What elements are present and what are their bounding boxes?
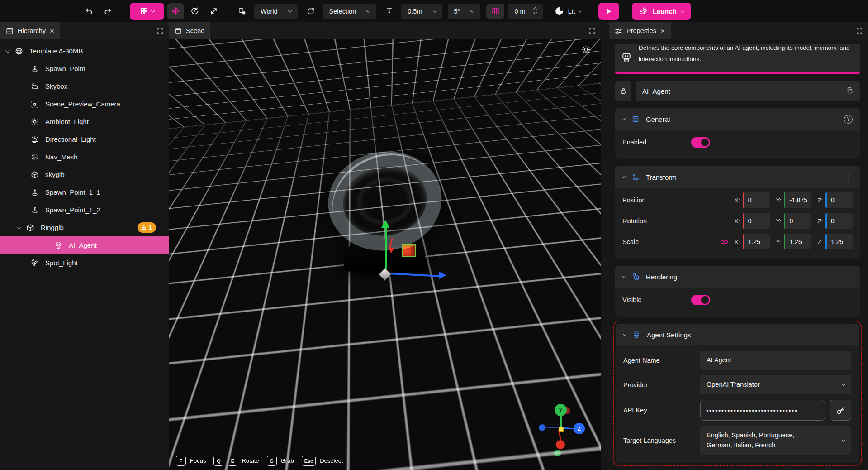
visible-row: Visible xyxy=(622,289,853,310)
nav-ball-y[interactable]: Y xyxy=(555,404,567,416)
nav-ball-x[interactable] xyxy=(556,440,565,449)
rendering-section-header[interactable]: Rendering xyxy=(615,266,860,288)
shading-mode-dropdown[interactable]: Lit xyxy=(555,6,582,16)
chevron-down-icon[interactable] xyxy=(5,48,10,53)
tree-item-spawn-point-1-1[interactable]: Spawn_Point_1_1 xyxy=(0,183,169,201)
general-section: General ? Enabled xyxy=(615,108,860,159)
help-icon[interactable]: ? xyxy=(844,115,853,124)
agent-settings-header[interactable]: Agent Settings xyxy=(616,324,859,345)
rotation-z-field[interactable]: 0 xyxy=(825,213,853,229)
robot-icon xyxy=(621,52,632,63)
tree-item-spot-light[interactable]: Spot_Light xyxy=(0,254,169,272)
properties-tabbar: Properties × xyxy=(609,22,868,39)
entity-name-field[interactable]: AI_Agent xyxy=(636,81,860,101)
undo-icon xyxy=(84,7,93,15)
expand-panel-button[interactable] xyxy=(157,28,163,36)
launch-button[interactable]: Launch xyxy=(632,3,691,20)
enabled-toggle[interactable] xyxy=(691,137,710,148)
coordinate-space-dropdown[interactable]: World xyxy=(254,4,298,19)
tab-properties[interactable]: Properties × xyxy=(609,22,671,39)
close-icon[interactable]: × xyxy=(660,27,665,35)
pivot-mode-button[interactable] xyxy=(233,3,251,19)
transform-section: Transform ⋮ Position X: 0 Y: -1.875 Z: xyxy=(615,166,860,259)
tree-item-spawn-point-1-2[interactable]: Spawn_Point_1_2 xyxy=(0,201,169,219)
tree-item-ringglb[interactable]: Ringglb 1 xyxy=(0,219,169,236)
rotation-y-field[interactable]: 0 xyxy=(784,213,811,229)
gizmo-y-axis[interactable] xyxy=(385,227,387,275)
position-y-field[interactable]: -1.875 xyxy=(784,192,811,208)
select-mode-button[interactable] xyxy=(130,3,164,20)
general-section-header[interactable]: General ? xyxy=(615,108,860,130)
gear-icon xyxy=(581,45,591,54)
nav-ball-z[interactable]: Z xyxy=(574,423,585,434)
rotation-x-field[interactable]: 0 xyxy=(743,213,770,229)
hint-deselect: Deselect xyxy=(320,457,343,464)
api-key-button[interactable] xyxy=(830,400,851,421)
target-languages-label: Target Languages xyxy=(623,437,700,444)
viewport-tabbar: Scene xyxy=(169,22,601,39)
tree-item-skybox[interactable]: Skybox xyxy=(0,77,169,95)
visible-toggle[interactable] xyxy=(691,295,710,305)
nav-center-cube[interactable] xyxy=(559,427,564,432)
redo-icon xyxy=(104,7,113,15)
tree-item-ai-agent[interactable]: AI_Agent xyxy=(0,236,169,254)
tree-item-scene-preview-camera[interactable]: Scene_Preview_Camera xyxy=(0,95,169,113)
scale-tool-button[interactable] xyxy=(205,3,222,19)
expand-viewport-button[interactable] xyxy=(589,28,595,36)
target-languages-dropdown[interactable]: English, Spanish, Portuguese, German, It… xyxy=(700,426,851,455)
tab-hierarchy[interactable]: Hierarchy × xyxy=(0,22,60,39)
fullscreen-icon xyxy=(856,28,863,34)
local-space-button[interactable] xyxy=(302,3,319,19)
play-button[interactable] xyxy=(598,3,619,20)
grid-snap-toggle-button[interactable] xyxy=(486,4,504,19)
nav-ball-neg-z[interactable] xyxy=(539,424,545,431)
scene-settings-button[interactable] xyxy=(581,45,591,56)
api-key-input[interactable]: •••••••••••••••••••••••••••••• xyxy=(700,400,825,421)
expand-properties-button[interactable] xyxy=(856,28,863,36)
scale-x-field[interactable]: 1.25 xyxy=(743,234,770,249)
provider-dropdown[interactable]: OpenAI Translator xyxy=(700,375,851,394)
enabled-label: Enabled xyxy=(622,139,691,146)
tree-item-label: Spawn_Point_1_1 xyxy=(45,188,100,196)
tree-item-spawn-point[interactable]: Spawn_Point xyxy=(0,60,169,77)
tree-item-ambient-light[interactable]: Ambient_Light xyxy=(0,113,169,130)
tree-item-skyglb[interactable]: skyglb xyxy=(0,166,169,183)
scale-z-field[interactable]: 1.25 xyxy=(825,234,853,249)
height-snap-control[interactable]: 0 m xyxy=(508,4,542,19)
nav-mesh-icon xyxy=(31,153,39,161)
nav-ball-neg-y[interactable] xyxy=(554,450,561,456)
close-icon[interactable]: × xyxy=(50,27,54,35)
copy-button[interactable] xyxy=(846,87,854,96)
redo-button[interactable] xyxy=(100,3,117,19)
enabled-row: Enabled xyxy=(622,132,853,153)
agent-name-input[interactable]: AI Agent xyxy=(700,351,851,370)
tree-item-template[interactable]: Template A-30MB xyxy=(0,42,169,60)
move-snap-dropdown[interactable]: 0.5m xyxy=(401,4,442,19)
scale-link-icon[interactable] xyxy=(720,239,728,245)
scene-canvas[interactable]: Y Z F Focus Q E Rotate G Gr xyxy=(169,39,601,470)
rotation-axes: X: 0 Y: 0 Z: 0 xyxy=(728,213,853,229)
rotate-tool-button[interactable] xyxy=(186,3,203,19)
tree-item-nav-mesh[interactable]: Nav_Mesh xyxy=(0,148,169,166)
chevron-down-icon[interactable] xyxy=(16,224,21,229)
tree-item-label: Ringglb xyxy=(41,224,64,231)
kebab-menu-icon[interactable]: ⋮ xyxy=(845,173,853,182)
move-tool-button[interactable] xyxy=(167,3,184,19)
provider-value: OpenAI Translator xyxy=(707,380,760,390)
rotate-snap-dropdown[interactable]: 5° xyxy=(448,4,480,19)
chevron-down-icon xyxy=(622,274,626,278)
height-snap-stepper[interactable] xyxy=(534,8,536,14)
grid-2x2-icon xyxy=(140,7,148,15)
selection-mode-dropdown[interactable]: Selection xyxy=(323,4,376,19)
lock-button[interactable] xyxy=(615,81,631,101)
scale-y-field[interactable]: 1.25 xyxy=(784,234,811,249)
position-z-field[interactable]: 0 xyxy=(825,192,853,208)
warning-badge[interactable]: 1 xyxy=(138,222,156,233)
tab-scene[interactable]: Scene xyxy=(169,22,210,39)
tree-item-directional-light[interactable]: Directional_Light xyxy=(0,130,169,148)
undo-button[interactable] xyxy=(80,3,97,19)
gizmo-cube-handle[interactable] xyxy=(402,244,416,257)
vertical-snap-button[interactable] xyxy=(380,3,398,19)
position-x-field[interactable]: 0 xyxy=(743,192,770,208)
transform-section-header[interactable]: Transform ⋮ xyxy=(615,166,860,188)
